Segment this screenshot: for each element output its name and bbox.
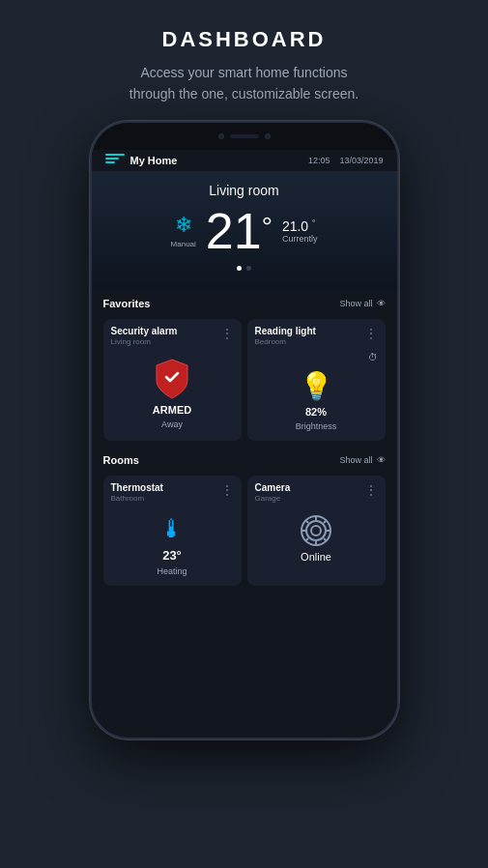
phone-notch bbox=[206, 131, 283, 141]
speaker bbox=[230, 134, 259, 138]
brightness-label: 82% bbox=[305, 406, 327, 418]
security-alarm-title: Security alarm bbox=[111, 326, 178, 336]
armed-label: ARMED bbox=[153, 404, 191, 416]
camera-dot-2 bbox=[265, 133, 271, 139]
manual-button[interactable]: ❄ Manual bbox=[171, 213, 196, 248]
brightness-sub: Brightness bbox=[296, 421, 337, 431]
temp-label: Currently bbox=[282, 234, 318, 244]
thermostat-card[interactable]: Thermostat Bathroom ⋮ 🌡 23° Heating bbox=[103, 476, 242, 586]
away-label: Away bbox=[161, 420, 183, 429]
phone-frame: My Home 12:05 13/03/2019 Living room ❄ M… bbox=[90, 121, 399, 739]
reading-light-title: Reading light bbox=[255, 326, 316, 336]
reading-light-menu[interactable]: ⋮ bbox=[364, 326, 378, 341]
svg-point-2 bbox=[311, 526, 321, 535]
snowflake-icon: ❄ bbox=[175, 213, 192, 238]
favorites-section: Favorites Show all 👁 bbox=[92, 290, 397, 319]
thermometer-icon: 🌡 bbox=[159, 514, 185, 544]
thermo-temp: 23° bbox=[162, 548, 182, 563]
svg-line-9 bbox=[324, 520, 327, 523]
dot-2[interactable] bbox=[246, 266, 251, 271]
camera-card[interactable]: Camera Garage ⋮ bbox=[247, 476, 386, 586]
temperature-display: 21° bbox=[206, 206, 273, 256]
favorites-header: Favorites Show all 👁 bbox=[103, 298, 386, 309]
thermostat-card-header: Thermostat Bathroom ⋮ bbox=[103, 476, 242, 506]
favorites-show-all-label: Show all bbox=[339, 299, 372, 308]
status-bar: My Home 12:05 13/03/2019 bbox=[92, 150, 397, 171]
favorites-show-all[interactable]: Show all 👁 bbox=[339, 299, 385, 308]
eye-icon-rooms: 👁 bbox=[377, 455, 386, 465]
temp-unit: ° bbox=[262, 214, 273, 241]
page-title: DASHBOARD bbox=[129, 27, 359, 52]
camera-dot bbox=[218, 133, 224, 139]
manual-label: Manual bbox=[171, 240, 196, 248]
reading-light-card[interactable]: Reading light Bedroom ⋮ ⏱ 💡 82% Brightne… bbox=[247, 319, 386, 441]
status-date: 13/03/2019 bbox=[339, 156, 383, 165]
thermostat-title-group: Thermostat Bathroom bbox=[111, 482, 163, 503]
room-name: Living room bbox=[107, 183, 382, 198]
page-subtitle: Access your smart home functionsthrough … bbox=[129, 62, 359, 105]
security-alarm-title-group: Security alarm Living room bbox=[111, 326, 178, 346]
status-bar-left: My Home bbox=[105, 154, 178, 167]
thermostat-body: 🌡 23° Heating bbox=[103, 506, 242, 586]
thermostat-subtitle: Bathroom bbox=[111, 494, 163, 503]
thermo-label: Heating bbox=[157, 566, 187, 576]
rooms-header: Rooms Show all 👁 bbox=[103, 454, 386, 466]
rooms-title: Rooms bbox=[103, 454, 139, 466]
shield-icon bbox=[153, 358, 191, 400]
phone-screen[interactable]: My Home 12:05 13/03/2019 Living room ❄ M… bbox=[92, 150, 397, 738]
rooms-section: Rooms Show all 👁 bbox=[92, 447, 397, 476]
app-name: My Home bbox=[130, 155, 178, 166]
thermostat-title: Thermostat bbox=[111, 482, 163, 493]
rooms-show-all-label: Show all bbox=[339, 455, 372, 465]
camera-title-group: Camera Garage bbox=[255, 482, 291, 503]
camera-menu[interactable]: ⋮ bbox=[364, 482, 378, 498]
camera-subtitle: Garage bbox=[255, 494, 291, 503]
reading-light-body: 💡 82% Brightness bbox=[247, 362, 386, 441]
weather-widget: Living room ❄ Manual 21° 21.0 ° Currentl… bbox=[92, 171, 397, 290]
camera-card-header: Camera Garage ⋮ bbox=[247, 476, 386, 506]
current-temp-unit: ° bbox=[312, 218, 315, 227]
temp-side: 21.0 ° Currently bbox=[282, 218, 318, 244]
camera-title: Camera bbox=[255, 482, 291, 493]
dot-1[interactable] bbox=[237, 266, 242, 271]
svg-line-10 bbox=[305, 538, 308, 541]
security-alarm-card-header: Security alarm Living room ⋮ bbox=[103, 319, 242, 350]
thermostat-menu[interactable]: ⋮ bbox=[220, 482, 234, 498]
status-bar-datetime: 12:05 13/03/2019 bbox=[308, 156, 384, 165]
reading-light-card-header: Reading light Bedroom ⋮ bbox=[247, 319, 386, 350]
security-alarm-body: ARMED Away bbox=[103, 350, 242, 439]
bulb-icon: 💡 bbox=[300, 370, 333, 402]
security-alarm-card[interactable]: Security alarm Living room ⋮ ARMED Away bbox=[103, 319, 242, 441]
online-label: Online bbox=[301, 551, 331, 563]
security-alarm-subtitle: Living room bbox=[111, 337, 178, 346]
svg-point-1 bbox=[306, 521, 326, 540]
eye-icon-favorites: 👁 bbox=[377, 299, 386, 308]
camera-body: Online bbox=[247, 506, 386, 572]
timer-icon: ⏱ bbox=[368, 352, 378, 362]
dots-indicator bbox=[107, 266, 382, 271]
svg-line-8 bbox=[324, 538, 327, 541]
weather-content: ❄ Manual 21° 21.0 ° Currently bbox=[107, 206, 382, 256]
favorites-title: Favorites bbox=[103, 298, 151, 309]
phone-notch-area bbox=[92, 123, 397, 150]
svg-line-7 bbox=[305, 520, 308, 523]
status-time: 12:05 bbox=[308, 156, 330, 165]
temp-current: 21.0 ° bbox=[282, 218, 318, 234]
logo-line-2 bbox=[105, 158, 119, 159]
security-alarm-menu[interactable]: ⋮ bbox=[220, 326, 234, 341]
rooms-cards-grid: Thermostat Bathroom ⋮ 🌡 23° Heating Came… bbox=[92, 476, 397, 592]
page-header: DASHBOARD Access your smart home functio… bbox=[91, 0, 397, 121]
rooms-show-all[interactable]: Show all 👁 bbox=[339, 455, 385, 465]
current-temp-value: 21.0 bbox=[282, 218, 308, 234]
app-logo bbox=[105, 154, 125, 167]
reading-light-subtitle: Bedroom bbox=[255, 337, 316, 346]
reading-light-title-group: Reading light Bedroom bbox=[255, 326, 316, 346]
camera-icon bbox=[300, 514, 332, 547]
temp-value: 21 bbox=[206, 203, 262, 259]
favorites-cards-grid: Security alarm Living room ⋮ ARMED Away bbox=[92, 319, 397, 447]
logo-line-1 bbox=[105, 154, 125, 156]
logo-line-3 bbox=[105, 161, 115, 163]
